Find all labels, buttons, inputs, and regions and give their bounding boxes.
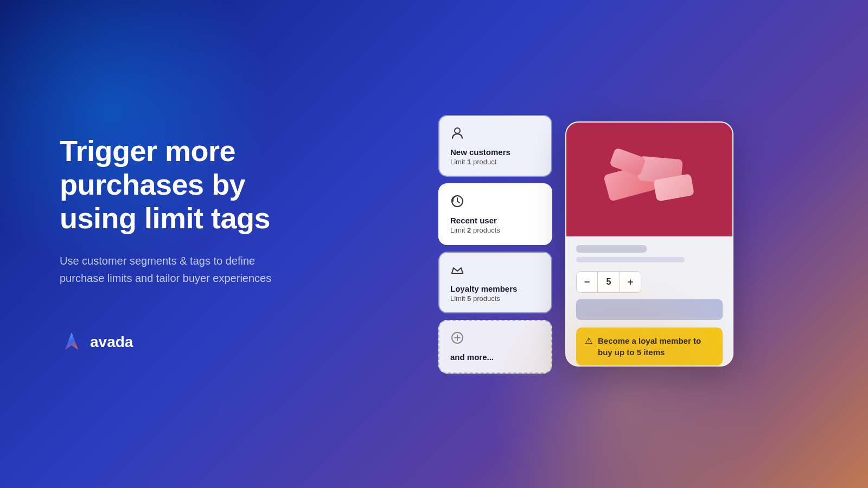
product-image-area <box>566 123 732 236</box>
right-panel: New customers Limit 1 product Recent use… <box>336 115 868 374</box>
product-visual <box>595 142 704 217</box>
crown-icon <box>450 262 540 280</box>
card-new-customers[interactable]: New customers Limit 1 product <box>438 115 552 177</box>
product-subtitle-placeholder <box>576 257 685 262</box>
svg-marker-0 <box>65 332 78 350</box>
quantity-plus-button[interactable]: + <box>620 272 641 292</box>
logo-area: avada <box>60 330 304 354</box>
card-recent-user-title: Recent user <box>450 216 540 225</box>
card-recent-user[interactable]: Recent user Limit 2 products <box>438 183 552 245</box>
plus-circle-icon <box>450 331 540 348</box>
card-loyalty-members-subtitle: Limit 5 products <box>450 294 540 303</box>
product-info-area: − 5 + ⚠ Become a loyal member to buy up … <box>566 236 732 365</box>
add-to-cart-placeholder <box>576 299 723 320</box>
quantity-value: 5 <box>597 272 620 292</box>
card-and-more[interactable]: and more... <box>438 320 552 374</box>
headline: Trigger more purchases by using limit ta… <box>60 134 304 235</box>
card-loyalty-members-title: Loyalty members <box>450 284 540 293</box>
logo-text: avada <box>90 333 133 351</box>
product-title-placeholder <box>576 245 647 253</box>
cards-column: New customers Limit 1 product Recent use… <box>438 115 552 374</box>
person-icon <box>450 126 540 143</box>
subtext: Use customer segments & tags to define p… <box>60 252 288 287</box>
page-container: Trigger more purchases by using limit ta… <box>0 0 868 488</box>
loyalty-notice: ⚠ Become a loyal member to buy up to 5 i… <box>576 328 723 365</box>
avada-logo-icon <box>60 330 84 354</box>
svg-point-1 <box>455 128 460 133</box>
card-loyalty-members[interactable]: Loyalty members Limit 5 products <box>438 252 552 313</box>
card-and-more-title: and more... <box>450 352 540 362</box>
card-recent-user-subtitle: Limit 2 products <box>450 226 540 234</box>
notice-text: Become a loyal member to buy up to 5 ite… <box>598 335 714 358</box>
clock-icon <box>450 194 540 211</box>
warning-icon: ⚠ <box>585 336 592 346</box>
left-panel: Trigger more purchases by using limit ta… <box>0 91 336 397</box>
card-new-customers-title: New customers <box>450 147 540 157</box>
product-panel: − 5 + ⚠ Become a loyal member to buy up … <box>565 121 733 367</box>
quantity-control[interactable]: − 5 + <box>576 271 641 293</box>
card-new-customers-subtitle: Limit 1 product <box>450 158 540 166</box>
quantity-minus-button[interactable]: − <box>577 272 597 292</box>
